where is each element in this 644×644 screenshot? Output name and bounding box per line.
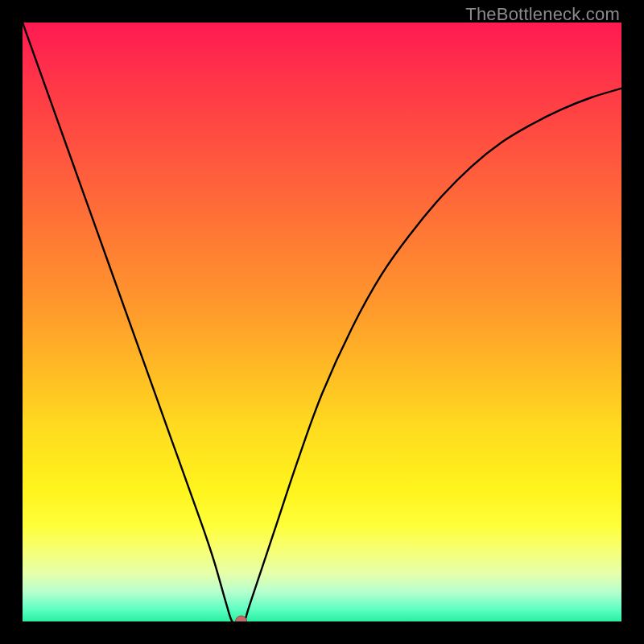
bottleneck-curve [23, 23, 621, 621]
chart-frame: TheBottleneck.com [0, 0, 644, 644]
watermark-text: TheBottleneck.com [465, 4, 620, 25]
curve-layer [23, 23, 621, 621]
minimum-marker [236, 616, 247, 621]
plot-area [23, 23, 621, 621]
